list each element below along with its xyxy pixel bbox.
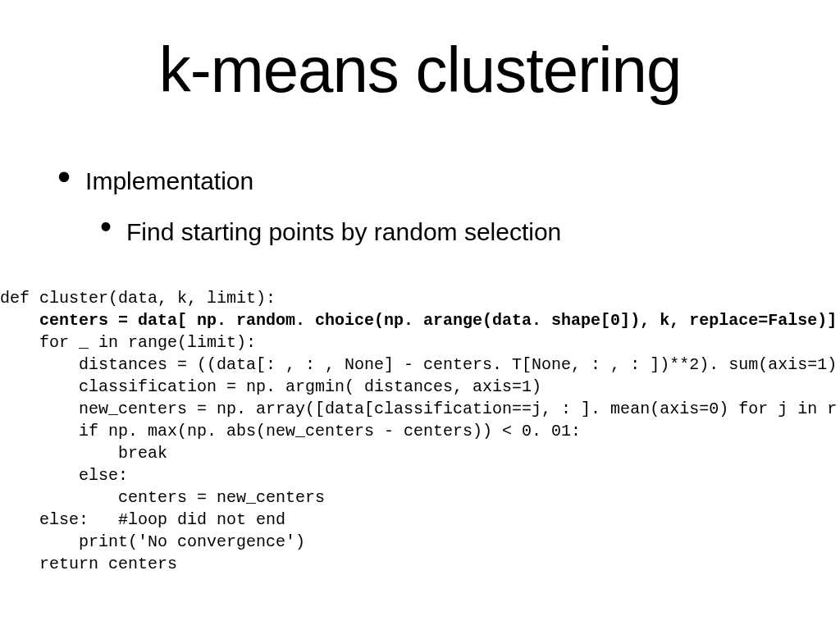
code-line: else: #loop did not end — [0, 510, 285, 529]
code-block: def cluster(data, k, limit): centers = d… — [0, 287, 837, 575]
code-line: distances = ((data[: , : , None] - cente… — [0, 355, 837, 374]
bullet-text: Find starting points by random selection — [126, 215, 561, 248]
bullet-dot-icon: • — [57, 164, 71, 189]
code-line: return centers — [0, 555, 177, 573]
code-line: if np. max(np. abs(new_centers - centers… — [0, 422, 581, 441]
code-line: new_centers = np. array([data[classifica… — [0, 399, 837, 418]
code-line: break — [0, 444, 167, 463]
bullet-dot-icon: • — [100, 215, 112, 238]
code-line: classification = np. argmin( distances, … — [0, 377, 541, 396]
code-line: centers = new_centers — [0, 488, 325, 507]
bullet-list: • Implementation • Find starting points … — [57, 164, 807, 248]
code-line: def cluster(data, k, limit): — [0, 289, 276, 308]
code-line: for _ in range(limit): — [0, 333, 256, 352]
slide-title: k-means clustering — [0, 33, 840, 107]
bullet-level-1: • Implementation — [57, 164, 807, 197]
bullet-text: Implementation — [85, 164, 253, 197]
code-line: print('No convergence') — [0, 532, 305, 551]
bullet-level-2: • Find starting points by random selecti… — [100, 215, 807, 248]
slide: k-means clustering • Implementation • Fi… — [0, 0, 840, 630]
code-line: else: — [0, 466, 128, 485]
code-line-highlight: centers = data[ np. random. choice(np. a… — [0, 311, 837, 330]
